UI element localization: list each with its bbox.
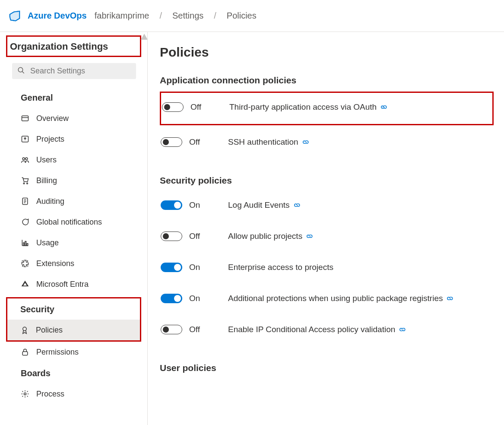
sidebar-item-users[interactable]: Users	[0, 149, 147, 170]
policy-label: Enable IP Conditional Access policy vali…	[228, 325, 395, 334]
chart-icon	[21, 238, 29, 247]
toggle-state: On	[189, 263, 228, 272]
entra-icon	[21, 280, 29, 289]
sidebar-item-global-notifications[interactable]: Global notifications	[0, 212, 147, 232]
search-input[interactable]	[30, 67, 131, 76]
group-title-user-policies: User policies	[160, 363, 494, 373]
svg-rect-17	[27, 244, 28, 246]
breadcrumb-sep-icon: /	[214, 11, 216, 21]
sidebar-item-usage[interactable]: Usage	[0, 232, 147, 253]
sidebar-item-label: Process	[36, 390, 64, 399]
policy-label: Additional protections when using public…	[228, 294, 443, 303]
toggle-state: Off	[189, 232, 228, 241]
page-title: Policies	[160, 45, 494, 60]
toggle-package-registries[interactable]	[161, 294, 182, 303]
sidebar-item-auditing[interactable]: Auditing	[0, 191, 147, 212]
search-icon	[17, 67, 25, 76]
main-content: Policies Application connection policies…	[148, 32, 504, 425]
sidebar: Organization Settings General Overview P…	[0, 32, 148, 425]
brand-link[interactable]: Azure DevOps	[28, 11, 87, 21]
policy-label: Enterprise access to projects	[228, 263, 333, 272]
link-icon[interactable]	[294, 202, 302, 208]
svg-point-18	[23, 327, 26, 330]
breadcrumb-org[interactable]: fabrikamprime	[95, 11, 149, 21]
badge-icon	[20, 326, 29, 334]
toggle-state: On	[189, 294, 228, 303]
toggle-state: Off	[189, 137, 228, 147]
document-icon	[21, 197, 29, 206]
sidebar-item-label: Users	[36, 155, 57, 165]
link-icon[interactable]	[447, 295, 455, 301]
sidebar-item-label: Projects	[36, 135, 64, 144]
policy-label: SSH authentication	[228, 137, 298, 147]
scroll-up-icon[interactable]	[141, 34, 148, 40]
sidebar-item-label: Overview	[36, 114, 69, 123]
svg-point-0	[18, 67, 23, 72]
sidebar-item-label: Policies	[36, 326, 63, 335]
policy-row-log-audit: On Log Audit Events	[160, 192, 494, 223]
policy-row-third-party-oauth: Off Third-party application access via O…	[160, 92, 494, 125]
toggle-ip-conditional[interactable]	[161, 325, 182, 334]
policy-row-ssh-auth: Off SSH authentication	[160, 129, 494, 160]
sidebar-section-security-highlight: Security Policies	[6, 297, 141, 342]
svg-point-5	[22, 158, 25, 160]
sidebar-item-extensions[interactable]: Extensions	[0, 253, 147, 274]
sidebar-item-label: Billing	[36, 176, 57, 185]
toggle-log-audit[interactable]	[161, 200, 182, 210]
sidebar-item-label: Usage	[36, 238, 59, 247]
sidebar-item-policies[interactable]: Policies	[7, 320, 140, 340]
upload-icon	[21, 135, 29, 143]
svg-rect-2	[22, 116, 29, 121]
link-icon[interactable]	[381, 104, 389, 110]
svg-rect-19	[22, 352, 28, 355]
sidebar-item-label: Permissions	[36, 348, 79, 357]
cart-icon	[21, 176, 29, 185]
sidebar-item-projects[interactable]: Projects	[0, 129, 147, 149]
toggle-state: Off	[190, 102, 229, 112]
topbar: Azure DevOps fabrikamprime / Settings / …	[0, 0, 504, 32]
link-icon[interactable]	[303, 139, 311, 145]
users-icon	[21, 155, 29, 164]
lock-icon	[21, 348, 29, 356]
toggle-public-projects[interactable]	[161, 232, 182, 241]
sidebar-item-permissions[interactable]: Permissions	[0, 342, 147, 362]
sidebar-item-label: Microsoft Entra	[36, 280, 89, 289]
group-title-security-policies: Security policies	[160, 175, 494, 186]
policy-label: Third-party application access via OAuth	[229, 102, 377, 112]
sidebar-item-label: Auditing	[36, 197, 64, 206]
link-icon[interactable]	[307, 233, 314, 239]
sidebar-section-security: Security	[7, 298, 140, 320]
toggle-third-party-oauth[interactable]	[162, 102, 184, 112]
sidebar-item-overview[interactable]: Overview	[0, 108, 147, 129]
puzzle-icon	[21, 259, 29, 268]
policy-row-public-projects: Off Allow public projects	[160, 223, 494, 254]
breadcrumb-sep-icon: /	[159, 11, 162, 21]
policy-row-enterprise-access: On Enterprise access to projects	[160, 254, 494, 285]
svg-point-6	[25, 158, 28, 160]
toggle-enterprise-access[interactable]	[161, 263, 182, 272]
svg-point-8	[27, 183, 28, 184]
svg-rect-15	[23, 243, 25, 246]
policy-row-package-registries: On Additional protections when using pub…	[160, 285, 494, 316]
org-settings-title: Organization Settings	[10, 41, 137, 52]
toggle-state: Off	[189, 325, 228, 334]
link-icon[interactable]	[399, 327, 407, 333]
sidebar-item-process[interactable]: Process	[0, 384, 147, 404]
azure-devops-logo	[8, 10, 22, 22]
policy-row-ip-conditional: Off Enable IP Conditional Access policy …	[160, 316, 494, 347]
svg-point-20	[24, 393, 26, 395]
chat-icon	[21, 218, 29, 226]
sidebar-section-general: General	[0, 87, 147, 108]
search-settings-field[interactable]	[12, 63, 136, 79]
sidebar-item-billing[interactable]: Billing	[0, 170, 147, 191]
breadcrumb-settings[interactable]: Settings	[172, 11, 203, 21]
toggle-ssh-auth[interactable]	[161, 137, 182, 147]
breadcrumb-policies[interactable]: Policies	[227, 11, 257, 21]
group-title-app-connection: Application connection policies	[160, 75, 494, 86]
svg-rect-16	[25, 241, 26, 246]
sidebar-item-label: Extensions	[36, 259, 74, 268]
sidebar-item-microsoft-entra[interactable]: Microsoft Entra	[0, 274, 147, 295]
org-settings-header-highlight: Organization Settings	[6, 35, 141, 57]
sidebar-section-boards: Boards	[0, 362, 147, 384]
toggle-state: On	[189, 200, 228, 210]
